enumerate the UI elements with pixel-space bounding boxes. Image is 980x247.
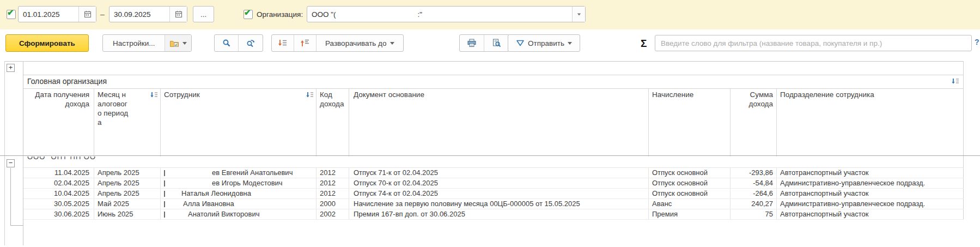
table-row[interactable]: 02.04.2025 Апрель 2025 ев Игорь Модестов… — [23, 178, 964, 189]
print-button[interactable] — [460, 35, 484, 51]
cell-department: Автотранспортный участок — [777, 168, 964, 178]
filter-bar: ✔ 01.01.2025 – 30.09.2025 — [0, 0, 980, 30]
cell-document: Отпуск 74-к от 02.04.2025 — [349, 189, 649, 198]
send-button[interactable]: Отправить — [508, 35, 580, 51]
organization-label: Организация: — [257, 10, 303, 19]
chevron-down-icon — [568, 42, 572, 45]
calendar-icon — [175, 10, 182, 18]
period-checkbox[interactable]: ✔ — [7, 10, 16, 19]
sort-icon[interactable] — [306, 91, 314, 99]
date-from-field[interactable]: 01.01.2025 — [18, 6, 96, 22]
col-header-amount[interactable]: Сумма дохода — [731, 89, 777, 156]
organization-dropdown-button[interactable] — [572, 7, 585, 22]
cell-amount: 75 — [731, 209, 777, 219]
subgroup-row[interactable]: ООО "ОПТ ПП ОО" — [23, 156, 964, 168]
expand-plus-box[interactable]: + — [7, 64, 15, 72]
send-button-group: Отправить — [508, 34, 580, 52]
redaction-mark — [164, 170, 165, 176]
settings-button-group: Настройки... — [102, 34, 192, 52]
collapse-minus-box[interactable]: − — [7, 159, 15, 167]
redaction-mark — [164, 191, 165, 197]
cell-income-code: 2000 — [316, 199, 349, 209]
cell-income-code: 2012 — [316, 178, 349, 188]
col-header-employee[interactable]: Сотрудник — [161, 89, 316, 156]
generate-button[interactable]: Сформировать — [5, 34, 89, 52]
cell-month: Апрель 2025 — [94, 189, 161, 198]
cell-income-code: 2012 — [316, 168, 349, 178]
collapse-all-button[interactable] — [294, 35, 316, 51]
header-splitter-line — [0, 155, 980, 156]
period-more-button[interactable]: ... — [193, 6, 214, 22]
settings-button[interactable]: Настройки... — [103, 35, 165, 51]
cell-document: Отпуск 71-к от 02.04.2025 — [349, 168, 649, 178]
search-reset-icon — [246, 39, 255, 47]
search-button-group — [214, 34, 263, 52]
cell-document: Премия 167-вп доп. от 30.06.2025 — [349, 209, 649, 219]
print-preview-button[interactable] — [484, 35, 509, 51]
col-header-income-code[interactable]: Код дохода — [316, 89, 349, 156]
cell-date: 10.04.2025 — [23, 189, 94, 198]
col-header-document[interactable]: Документ основание — [349, 89, 649, 156]
chevron-down-icon — [577, 13, 580, 15]
organization-checkbox[interactable]: ✔ — [244, 10, 253, 19]
date-to-value[interactable]: 30.09.2025 — [109, 7, 169, 22]
cell-date: 30.06.2025 — [23, 209, 94, 219]
cell-employee-text: Наталья Леонидовна — [181, 189, 251, 197]
date-to-field[interactable]: 30.09.2025 — [109, 6, 187, 22]
cell-employee: ев Евгений Анатольевич — [161, 168, 316, 178]
help-link[interactable]: ? — [975, 38, 979, 46]
cancel-search-button[interactable] — [239, 35, 263, 51]
cell-employee: ев Игорь Модестович — [161, 178, 316, 188]
check-icon: ✔ — [7, 8, 14, 16]
table-row[interactable]: 11.04.2025 Апрель 2025 ев Евгений Анатол… — [23, 168, 964, 178]
search-icon — [222, 39, 231, 47]
cell-accrual: Отпуск основной — [649, 168, 731, 178]
cell-accrual: Отпуск основной — [649, 189, 731, 198]
table-row[interactable]: 30.05.2025 Май 2025 Алла Ивановна 2000 Н… — [23, 199, 964, 209]
table-row[interactable]: 30.06.2025 Июнь 2025 Анатолий Викторович… — [23, 209, 964, 220]
cell-month: Апрель 2025 — [94, 168, 161, 178]
date-range-separator: – — [100, 10, 105, 19]
calendar-icon — [84, 10, 92, 18]
date-to-calendar-button[interactable] — [169, 7, 187, 22]
cell-employee: Наталья Леонидовна — [161, 189, 316, 198]
column-header-row: Дата получения дохода Месяц налогового п… — [23, 89, 964, 156]
sort-icon[interactable] — [150, 91, 158, 99]
send-icon — [516, 39, 525, 47]
toolbar: Сформировать Настройки... — [0, 29, 980, 61]
organization-field[interactable]: ООО "( :" — [307, 6, 586, 22]
col-header-department[interactable]: Подразделение сотрудника — [777, 89, 964, 156]
report-folder-icon — [169, 39, 179, 47]
date-from-value[interactable]: 01.01.2025 — [19, 7, 78, 22]
redaction-mark — [164, 180, 165, 186]
printer-icon — [467, 39, 477, 47]
cell-accrual: Отпуск основной — [649, 178, 731, 188]
cell-amount: -293,86 — [731, 168, 777, 178]
cell-accrual: Премия — [649, 209, 731, 219]
search-button[interactable] — [215, 35, 239, 51]
date-from-calendar-button[interactable] — [78, 7, 96, 22]
sum-sigma-icon[interactable]: Σ — [641, 38, 647, 50]
col-header-month[interactable]: Месяц налогового периода — [94, 89, 161, 156]
cell-month: Апрель 2025 — [94, 178, 161, 188]
group-header-row[interactable]: Головная организация — [23, 75, 964, 89]
cell-income-code: 2002 — [316, 209, 349, 219]
cell-date: 11.04.2025 — [23, 168, 94, 178]
quick-filter-input[interactable] — [655, 35, 972, 51]
col-header-accrual[interactable]: Начисление — [649, 89, 731, 156]
expand-all-button[interactable] — [272, 35, 294, 51]
tree-line-vertical — [10, 168, 11, 225]
report-table: + − Головная организация Дата получения … — [4, 61, 964, 247]
col-header-date[interactable]: Дата получения дохода — [23, 89, 94, 156]
subgroup-masked-label: ООО "ОПТ ПП ОО" — [27, 156, 99, 161]
report-variants-button[interactable] — [165, 35, 191, 51]
expand-to-button[interactable]: Разворачивать до — [316, 35, 403, 51]
cell-month: Июнь 2025 — [94, 209, 161, 219]
cell-amount: 240,27 — [731, 199, 777, 209]
tree-line-horizontal — [10, 225, 23, 226]
report-grid: Головная организация Дата получения дохо… — [23, 62, 964, 220]
cell-department: Административно-управленческое подразд. — [777, 199, 964, 209]
table-row[interactable]: 10.04.2025 Апрель 2025 Наталья Леонидовн… — [23, 189, 964, 199]
sort-icon[interactable] — [951, 77, 959, 85]
organization-value[interactable]: ООО "( :" — [307, 7, 572, 22]
